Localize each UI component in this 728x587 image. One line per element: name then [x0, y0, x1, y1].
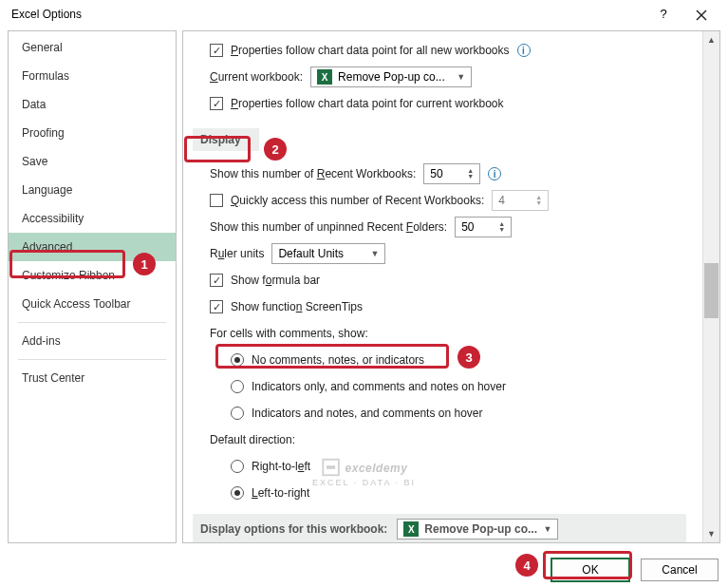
label-recent-folders: Show this number of unpinned Recent Fold… [210, 220, 447, 234]
radio-rtl[interactable] [231, 460, 244, 473]
title-bar: Excel Options ? [0, 0, 728, 28]
sidebar-item-label: General [22, 41, 63, 54]
sidebar-item-trust-center[interactable]: Trust Center [9, 364, 176, 392]
row-ltr: Left-to-right [231, 482, 699, 504]
sidebar-item-save[interactable]: Save [9, 147, 176, 176]
label-comments: For cells with comments, show: [210, 327, 368, 340]
sidebar-divider [18, 322, 166, 323]
dropdown-text: Default Units [278, 247, 364, 260]
sidebar-item-label: Language [22, 183, 72, 197]
input-quick-access: 4▲▼ [492, 190, 549, 211]
sidebar-item-label: Quick Access Toolbar [22, 297, 131, 311]
row-quick-access: Quickly access this number of Recent Wor… [210, 189, 699, 212]
callout-number-1: 1 [133, 253, 156, 275]
row-comments-label: For cells with comments, show: [210, 322, 699, 345]
dialog-title: Excel Options [8, 8, 644, 21]
label-prop-current: Properties follow chart data point for c… [231, 97, 503, 110]
row-prop-current: Properties follow chart data point for c… [210, 92, 699, 115]
checkbox-prop-all[interactable] [210, 44, 223, 57]
row-comment-opt2: Indicators only, and comments and notes … [231, 375, 699, 398]
label-ruler: Ruler units [210, 247, 264, 260]
spinner-icon[interactable]: ▲▼ [498, 221, 505, 233]
section-header-label: Display [200, 133, 241, 146]
row-current-workbook: Current workbook: X Remove Pop-up co... … [210, 66, 699, 88]
sidebar-item-label: Add-ins [22, 334, 61, 348]
radio-no-comments[interactable] [231, 353, 244, 367]
label-ltr: Left-to-right [252, 486, 309, 500]
label-recent-wb: Show this number of Recent Workbooks: [210, 167, 416, 180]
section-header-display: Display [193, 128, 259, 151]
section-header-display-workbook: Display options for this workbook: X Rem… [193, 514, 686, 543]
row-prop-all: Properties follow chart data point for a… [210, 39, 699, 62]
sidebar-item-label: Formulas [22, 69, 69, 83]
dialog-body: General Formulas Data Proofing Save Lang… [0, 28, 728, 543]
sidebar-item-language[interactable]: Language [9, 176, 176, 204]
help-button[interactable]: ? [644, 0, 682, 28]
checkbox-screentips[interactable] [210, 300, 223, 313]
excel-icon: X [403, 521, 419, 537]
scroll-thumb[interactable] [704, 263, 719, 318]
sidebar-item-quick-access-toolbar[interactable]: Quick Access Toolbar [9, 290, 176, 318]
dropdown-ruler-units[interactable]: Default Units ▼ [271, 243, 385, 264]
radio-indicators-notes[interactable] [231, 407, 244, 420]
sidebar-item-label: Proofing [22, 126, 65, 140]
input-recent-folders[interactable]: 50▲▼ [455, 217, 512, 237]
chevron-down-icon: ▼ [457, 72, 465, 82]
dropdown-display-workbook[interactable]: X Remove Pop-up co... ▼ [397, 519, 558, 540]
sidebar-item-general[interactable]: General [9, 33, 176, 62]
dropdown-text: Remove Pop-up co... [424, 522, 537, 536]
input-value: 4 [498, 194, 505, 207]
row-screentips: Show function ScreenTips [210, 295, 699, 318]
row-recent-workbooks: Show this number of Recent Workbooks: 50… [210, 162, 699, 185]
callout-number-4: 4 [515, 554, 538, 577]
close-icon [696, 9, 707, 21]
sidebar-item-label: Save [22, 155, 47, 168]
checkbox-prop-current[interactable] [210, 97, 223, 110]
checkbox-formula-bar[interactable] [210, 274, 223, 287]
dropdown-current-workbook[interactable]: X Remove Pop-up co... ▼ [310, 66, 472, 87]
input-value: 50 [430, 167, 442, 180]
chevron-down-icon: ▼ [370, 249, 379, 258]
label-comment-opt2: Indicators only, and comments and notes … [252, 380, 506, 393]
label-direction: Default direction: [210, 433, 295, 446]
options-content: Properties follow chart data point for a… [182, 30, 720, 543]
callout-number-2: 2 [264, 138, 287, 161]
label-formula-bar: Show formula bar [231, 274, 320, 287]
input-recent-wb[interactable]: 50▲▼ [423, 163, 480, 184]
row-direction-label: Default direction: [210, 428, 699, 451]
button-label: Cancel [662, 563, 697, 577]
row-comment-opt3: Indicators and notes, and comments on ho… [231, 402, 699, 425]
sidebar-item-label: Advanced [22, 240, 72, 254]
row-ruler-units: Ruler units Default Units ▼ [210, 242, 699, 265]
info-icon[interactable]: i [517, 44, 531, 57]
row-formula-bar: Show formula bar [210, 269, 699, 292]
sidebar-item-label: Accessibility [22, 212, 84, 225]
sidebar-item-addins[interactable]: Add-ins [9, 327, 176, 355]
label-rtl: Right-to-left [252, 460, 310, 473]
radio-indicators-only[interactable] [231, 380, 244, 393]
close-button[interactable] [682, 0, 720, 28]
sidebar-item-formulas[interactable]: Formulas [9, 62, 176, 90]
label-comment-opt3: Indicators and notes, and comments on ho… [252, 407, 482, 420]
section-header-label: Display options for this workbook: [200, 522, 387, 536]
cancel-button[interactable]: Cancel [641, 559, 719, 581]
button-label: OK [582, 563, 598, 577]
scroll-down-icon[interactable]: ▼ [703, 525, 719, 542]
label-quick-access: Quickly access this number of Recent Wor… [231, 194, 484, 207]
label-screentips: Show function ScreenTips [231, 300, 363, 313]
ok-button[interactable]: OK [551, 559, 629, 581]
sidebar-item-accessibility[interactable]: Accessibility [9, 204, 176, 233]
spinner-icon[interactable]: ▲▼ [467, 168, 474, 180]
sidebar-item-label: Customize Ribbon [22, 269, 115, 282]
radio-ltr[interactable] [231, 486, 244, 500]
callout-number-3: 3 [457, 346, 480, 369]
label-prop-all: Properties follow chart data point for a… [231, 44, 510, 57]
vertical-scrollbar[interactable]: ▲ ▼ [702, 31, 719, 542]
sidebar-item-proofing[interactable]: Proofing [9, 119, 176, 147]
scroll-up-icon[interactable]: ▲ [703, 31, 719, 48]
sidebar-divider [18, 359, 166, 360]
info-icon[interactable]: i [488, 167, 501, 180]
sidebar-item-data[interactable]: Data [9, 90, 176, 119]
category-sidebar: General Formulas Data Proofing Save Lang… [8, 30, 177, 543]
checkbox-quick-access[interactable] [210, 194, 223, 207]
